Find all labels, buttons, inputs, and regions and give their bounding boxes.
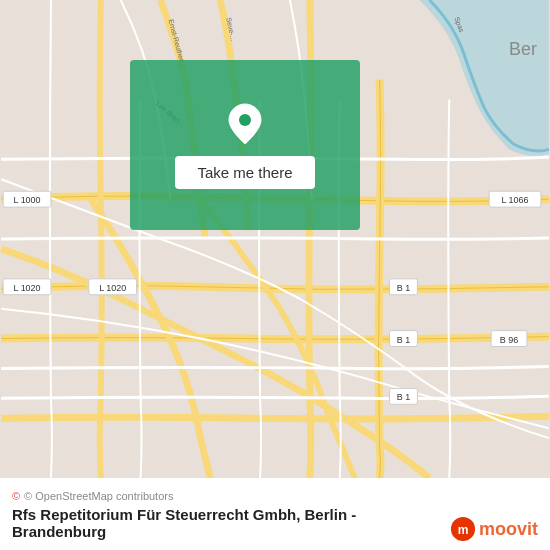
- moovit-icon: m: [450, 516, 476, 542]
- copyright-row: © © OpenStreetMap contributors: [12, 490, 538, 502]
- location-highlight: Take me there: [130, 60, 360, 230]
- moovit-text: moovit: [479, 519, 538, 540]
- openstreetmap-logo: ©: [12, 490, 20, 502]
- svg-text:L 1066: L 1066: [501, 195, 528, 205]
- svg-point-22: [239, 114, 251, 126]
- footer: © © OpenStreetMap contributors Rfs Repet…: [0, 478, 550, 550]
- copyright-text: © OpenStreetMap contributors: [24, 490, 173, 502]
- place-name: Rfs Repetitorium Für Steuerrecht Gmbh, B…: [12, 506, 356, 523]
- svg-text:B 1: B 1: [397, 392, 410, 402]
- svg-text:m: m: [458, 523, 469, 537]
- svg-text:L 1020: L 1020: [99, 283, 126, 293]
- app-container: L 1000 L 1020 L 1020 L 1066 B 1 B 1 B 1 …: [0, 0, 550, 550]
- svg-text:L 1000: L 1000: [14, 195, 41, 205]
- moovit-brand: m moovit: [450, 516, 538, 542]
- svg-text:B 1: B 1: [397, 283, 410, 293]
- svg-text:L 1020: L 1020: [14, 283, 41, 293]
- take-me-there-button[interactable]: Take me there: [175, 156, 314, 189]
- svg-text:B 96: B 96: [500, 335, 518, 345]
- svg-text:Ber: Ber: [509, 39, 537, 59]
- map-area: L 1000 L 1020 L 1020 L 1066 B 1 B 1 B 1 …: [0, 0, 550, 478]
- location-pin-icon: [223, 102, 267, 146]
- svg-text:B 1: B 1: [397, 335, 410, 345]
- place-region: Brandenburg: [12, 523, 356, 540]
